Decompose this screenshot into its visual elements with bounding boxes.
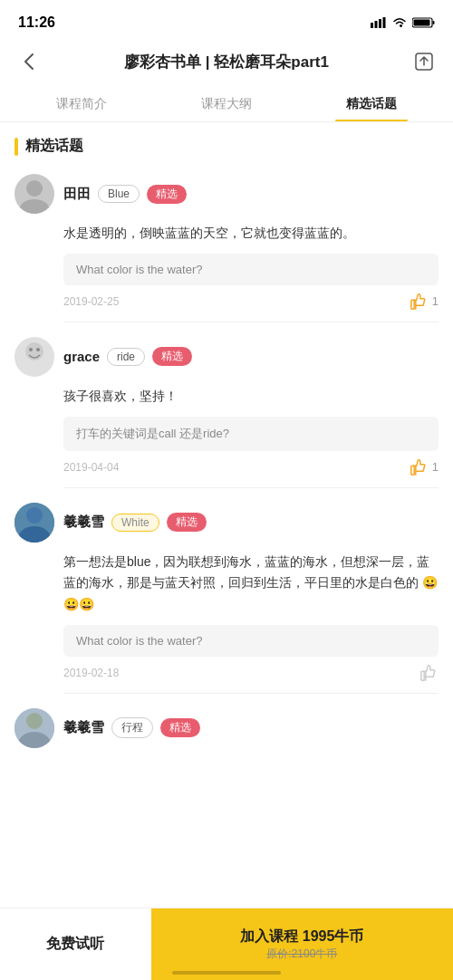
svg-rect-6 [414, 20, 430, 26]
like-count: 1 [432, 294, 439, 308]
tab-intro[interactable]: 课程简介 [9, 87, 154, 121]
topic-tag: 行程 [111, 717, 153, 738]
avatar [14, 174, 54, 214]
post-header: 田田 Blue 精选 [14, 174, 439, 214]
like-button[interactable] [420, 664, 439, 682]
question-box: What color is the water? [63, 625, 439, 657]
post-date: 2019-04-04 [63, 461, 119, 474]
back-button[interactable] [14, 47, 43, 76]
post-item: 羲羲雪 White 精选 第一想法是blue，因为联想到海水，蓝蓝的海水，但想深… [0, 492, 453, 694]
like-button[interactable]: 1 [410, 458, 439, 476]
section-title: 精选话题 [25, 137, 83, 156]
username: 羲羲雪 [63, 719, 104, 736]
username: 羲羲雪 [63, 514, 104, 531]
svg-rect-10 [411, 300, 414, 309]
question-box: 打车的关键词是call 还是ride? [63, 417, 439, 451]
post-meta: 田田 Blue 精选 [63, 185, 187, 204]
post-item: 田田 Blue 精选 水是透明的，倒映蓝蓝的天空，它就也变得蓝蓝的。 What … [0, 163, 453, 322]
signal-icon [371, 17, 387, 28]
svg-point-20 [26, 713, 43, 729]
username: grace [63, 349, 100, 364]
post-item: grace ride 精选 孩子很喜欢，坚持！ 打车的关键词是call 还是ri… [0, 326, 453, 488]
svg-point-13 [36, 348, 40, 351]
tab-bar: 课程简介 课程大纲 精选话题 [0, 87, 453, 122]
svg-rect-5 [433, 21, 435, 24]
thumb-up-icon [410, 293, 429, 311]
svg-point-16 [26, 507, 43, 524]
svg-point-12 [29, 348, 33, 351]
post-footer: 2019-02-25 1 [63, 293, 439, 322]
post-content: 水是透明的，倒映蓝蓝的天空，它就也变得蓝蓝的。 [63, 223, 439, 245]
selected-badge: 精选 [152, 347, 192, 366]
post-footer: 2019-02-18 [63, 664, 439, 694]
selected-badge: 精选 [160, 718, 200, 737]
selected-badge: 精选 [147, 185, 187, 204]
free-trial-button[interactable]: 免费试听 [0, 908, 151, 980]
battery-icon [412, 17, 435, 28]
thumb-up-icon [420, 664, 439, 682]
avatar [14, 337, 54, 377]
avatar [14, 503, 54, 543]
post-meta: 羲羲雪 White 精选 [63, 513, 207, 532]
svg-rect-3 [383, 17, 386, 28]
svg-rect-1 [375, 21, 378, 28]
share-button[interactable] [410, 47, 439, 76]
avatar [14, 708, 54, 748]
svg-point-8 [26, 180, 43, 197]
join-course-button[interactable]: 加入课程 1995牛币 原价:2100牛币 [151, 908, 453, 980]
post-meta: 羲羲雪 行程 精选 [63, 717, 200, 738]
topic-tag: Blue [98, 185, 140, 203]
question-box: What color is the water? [63, 254, 439, 285]
post-header: 羲羲雪 White 精选 [14, 503, 439, 543]
tab-outline[interactable]: 课程大纲 [154, 87, 299, 121]
topic-tag: White [111, 514, 159, 532]
like-count: 1 [432, 460, 439, 474]
selected-badge: 精选 [167, 513, 207, 532]
post-content: 第一想法是blue，因为联想到海水，蓝蓝的海水，但想深一层，蓝蓝的海水，那是与蓝… [63, 552, 439, 616]
bottom-bar: 免费试听 加入课程 1995牛币 原价:2100牛币 [0, 908, 453, 980]
post-footer: 2019-04-04 1 [63, 458, 439, 488]
thumb-up-icon [410, 458, 429, 476]
username: 田田 [63, 186, 91, 203]
join-label: 加入课程 1995牛币 [240, 927, 363, 946]
header: 廖彩杏书单 | 轻松磨耳朵part1 [0, 40, 453, 87]
svg-point-9 [20, 199, 49, 214]
status-bar: 11:26 [0, 0, 453, 40]
section-bar-decoration [14, 138, 18, 156]
like-button[interactable]: 1 [410, 293, 439, 311]
svg-rect-2 [379, 19, 381, 28]
status-time: 11:26 [18, 14, 55, 31]
post-date: 2019-02-18 [63, 667, 119, 679]
section-header: 精选话题 [0, 122, 453, 163]
svg-rect-0 [371, 23, 373, 28]
post-header: 羲羲雪 行程 精选 [14, 708, 439, 748]
home-indicator [172, 971, 281, 975]
post-item: 羲羲雪 行程 精选 [0, 697, 453, 752]
topic-tag: ride [107, 348, 145, 366]
wifi-icon [392, 17, 407, 28]
status-icons [371, 17, 435, 28]
post-header: grace ride 精选 [14, 337, 439, 377]
svg-rect-14 [411, 466, 414, 475]
post-content: 孩子很喜欢，坚持！ [63, 386, 439, 408]
svg-rect-18 [421, 671, 424, 680]
tab-topics[interactable]: 精选话题 [299, 87, 444, 121]
page-title: 廖彩杏书单 | 轻松磨耳朵part1 [54, 52, 399, 72]
post-meta: grace ride 精选 [63, 347, 192, 366]
post-date: 2019-02-25 [63, 295, 119, 308]
original-price: 原价:2100牛币 [266, 946, 337, 962]
